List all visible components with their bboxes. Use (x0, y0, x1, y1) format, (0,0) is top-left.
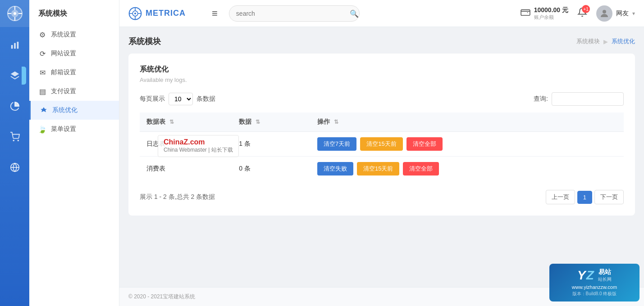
nav-icon-pie[interactable] (6, 97, 24, 115)
sidebar-item-label: 系统优化 (52, 106, 78, 114)
pagination-area: 展示 1 - 2 条,总共 2 条数据 上一页 1 下一页 (140, 190, 624, 204)
sidebar-item-website-settings[interactable]: ⟳ 网站设置 (29, 44, 119, 63)
per-page-label: 每页展示 (140, 95, 165, 103)
payment-icon: ▤ (38, 87, 46, 95)
sidebar-item-payment-settings[interactable]: ▤ 支付设置 (29, 82, 119, 101)
username: 网友 (616, 9, 629, 18)
icon-sidebar (0, 0, 29, 306)
header-logo-icon (128, 7, 142, 20)
svg-rect-9 (17, 42, 18, 49)
website-icon: ⟳ (38, 50, 46, 58)
page-title: 系统模块 (128, 36, 161, 47)
pagination-buttons: 上一页 1 下一页 (546, 190, 624, 204)
rocket-icon (40, 106, 48, 114)
svg-point-12 (18, 140, 18, 141)
svg-point-23 (603, 10, 606, 14)
search-box: 🔍 (229, 5, 364, 22)
prev-page-button[interactable]: 上一页 (546, 190, 575, 204)
page-1-button[interactable]: 1 (577, 191, 592, 204)
clear-fail-consume-button[interactable]: 清空失败 (317, 162, 353, 176)
nav-icon-globe[interactable] (6, 158, 24, 176)
notification-badge: +1 (582, 5, 590, 13)
breadcrumb-home[interactable]: 系统模块 (576, 37, 600, 45)
email-icon: ✉ (38, 68, 46, 76)
toolbar: 每页展示 10 20 50 条数据 查询: (140, 92, 624, 106)
balance-area: 10000.00 元 账户余额 (521, 6, 568, 20)
sort-icon-name[interactable]: ⇅ (169, 119, 174, 125)
col-data-count: 数据 ⇅ (232, 112, 311, 132)
card-title: 系统优化 (140, 65, 624, 74)
balance-label: 账户余额 (534, 14, 568, 20)
main-card: 系统优化 Available my logs. 每页展示 10 20 50 条数… (128, 54, 635, 216)
sidebar-item-label: 菜单设置 (51, 125, 76, 133)
clear-15d-log-button[interactable]: 清空15天前 (360, 137, 402, 151)
nav-icon-chart[interactable] (6, 36, 24, 54)
card-subtitle: Available my logs. (140, 76, 624, 83)
user-dropdown-icon: ▾ (632, 10, 635, 17)
cell-table-name: 消费表 (140, 157, 232, 181)
svg-marker-10 (10, 72, 18, 76)
col-table-name: 数据表 ⇅ (140, 112, 232, 132)
per-page-suffix: 条数据 (196, 95, 215, 103)
toolbar-right: 查询: (534, 92, 624, 106)
action-buttons: 清空失败清空15天前清空全部 (317, 162, 617, 176)
cell-operations: 清空失败清空15天前清空全部 (311, 157, 624, 181)
svg-point-2 (14, 12, 16, 15)
balance-amount: 10000.00 元 (534, 6, 568, 14)
header-right: 10000.00 元 账户余额 +1 (521, 5, 635, 22)
notification-button[interactable]: +1 (577, 7, 587, 19)
clear-all-consume-button[interactable]: 清空全部 (403, 162, 439, 176)
sidebar-item-menu-settings[interactable]: 🍃 菜单设置 (29, 120, 119, 139)
svg-rect-8 (14, 43, 16, 49)
sidebar-item-system-settings[interactable]: ⚙ 系统设置 (29, 25, 119, 44)
sort-icon-op[interactable]: ⇅ (334, 119, 338, 125)
balance-info: 10000.00 元 账户余额 (534, 6, 568, 20)
next-page-button[interactable]: 下一页 (594, 190, 624, 204)
sidebar-item-label: 邮箱设置 (51, 68, 76, 76)
toolbar-left: 每页展示 10 20 50 条数据 (140, 93, 215, 105)
leaf-icon: 🍃 (38, 125, 46, 133)
hamburger-button[interactable]: ≡ (210, 5, 220, 22)
breadcrumb-separator: ▶ (603, 38, 608, 45)
sidebar-item-email-settings[interactable]: ✉ 邮箱设置 (29, 63, 119, 82)
svg-rect-7 (11, 45, 13, 49)
sidebar-item-system-optimize[interactable]: 系统优化 (29, 101, 119, 120)
wallet-icon (521, 8, 530, 18)
sidebar-item-label: 支付设置 (51, 87, 76, 95)
nav-icon-cart[interactable] (6, 128, 24, 146)
search-icon[interactable]: 🔍 (350, 9, 359, 18)
logo-icon (7, 5, 23, 22)
clear-all-log-button[interactable]: 清空全部 (406, 137, 443, 151)
cell-operations: 清空7天前清空15天前清空全部 (311, 132, 624, 157)
query-label: 查询: (534, 95, 548, 103)
svg-point-17 (134, 12, 136, 14)
page-content: 系统模块 系统模块 ▶ 系统优化 系统优化 Available my logs.… (119, 27, 644, 287)
footer: © 2020 - 2021宝塔建站系统 (119, 287, 644, 306)
user-area[interactable]: 网友 ▾ (596, 5, 635, 22)
breadcrumb-current: 系统优化 (612, 37, 635, 45)
copyright: © 2020 - 2021宝塔建站系统 (128, 293, 195, 300)
top-header: METRICA ≡ 🔍 10000.00 (119, 0, 644, 27)
pagination-info: 展示 1 - 2 条,总共 2 条数据 (140, 193, 215, 201)
table-row: 消费表0 条清空失败清空15天前清空全部 (140, 157, 624, 181)
table-row: 日志表1 条清空7天前清空15天前清空全部 (140, 132, 624, 157)
cell-data-count: 0 条 (232, 157, 311, 181)
search-input[interactable] (229, 5, 360, 22)
logo-area[interactable] (0, 0, 29, 27)
header-logo: METRICA (128, 7, 201, 20)
nav-icon-layers[interactable] (6, 67, 24, 85)
sort-icon-data[interactable]: ⇅ (256, 119, 260, 125)
query-input[interactable] (552, 92, 624, 106)
gear-icon: ⚙ (38, 31, 46, 39)
sidebar-item-label: 系统设置 (51, 31, 76, 39)
breadcrumb: 系统模块 ▶ 系统优化 (576, 37, 635, 45)
clear-7d-log-button[interactable]: 清空7天前 (317, 137, 356, 151)
avatar (596, 5, 612, 22)
left-sidebar: 系统模块 ⚙ 系统设置 ⟳ 网站设置 ✉ 邮箱设置 ▤ 支付设置 系统优化 🍃 … (29, 0, 119, 306)
app-name: METRICA (146, 9, 186, 18)
main-area: METRICA ≡ 🔍 10000.00 (119, 0, 644, 306)
per-page-select[interactable]: 10 20 50 (169, 93, 193, 105)
data-table: 数据表 ⇅ 数据 ⇅ 操作 ⇅ (140, 112, 624, 181)
clear-15d-consume-button[interactable]: 清空15天前 (357, 162, 399, 176)
page-header: 系统模块 系统模块 ▶ 系统优化 (128, 36, 635, 47)
